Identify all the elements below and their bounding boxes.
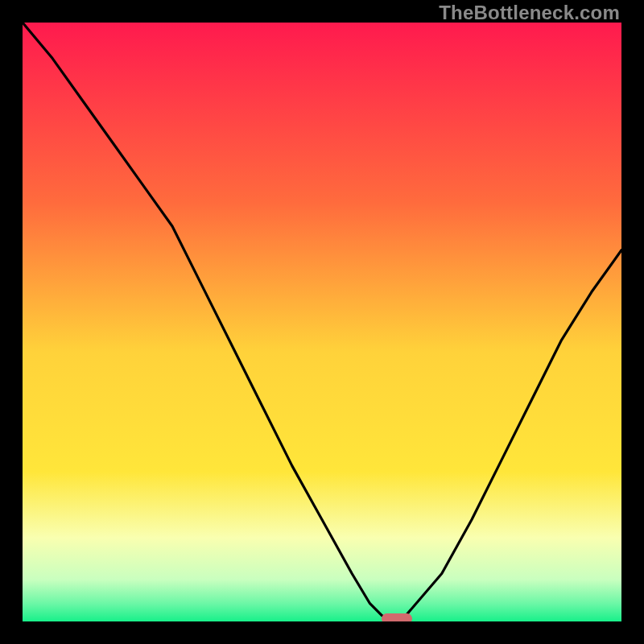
plot-area: [23, 23, 621, 621]
watermark-text: TheBottleneck.com: [439, 2, 620, 24]
optimum-marker: [382, 613, 411, 621]
chart-frame: TheBottleneck.com: [0, 0, 644, 644]
bottleneck-curve: [23, 23, 621, 621]
